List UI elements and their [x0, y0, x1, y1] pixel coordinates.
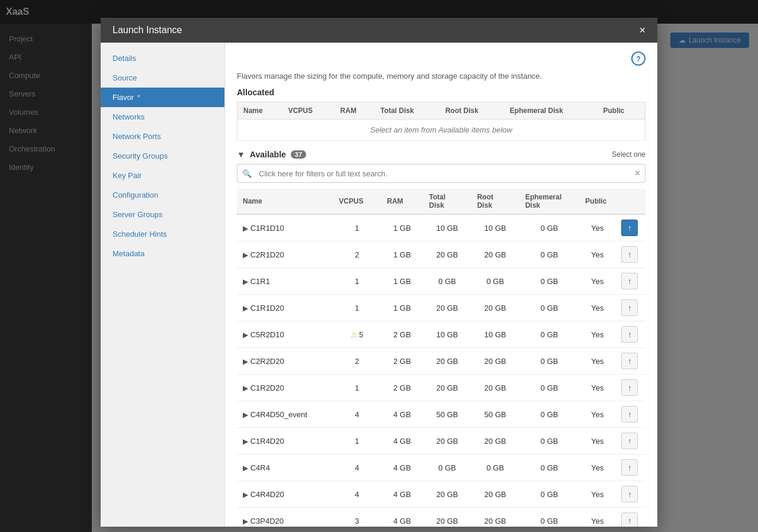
alloc-col-vcpus: VCPUS [282, 102, 335, 120]
expand-arrow-icon[interactable]: ▶ [243, 304, 248, 312]
expand-arrow-icon[interactable]: ▶ [243, 278, 248, 286]
alloc-col-ram: RAM [335, 102, 375, 120]
nav-item-security-groups[interactable]: Security Groups [101, 146, 224, 166]
flavor-total-disk: 0 GB [423, 268, 471, 295]
flavor-total-disk: 20 GB [423, 508, 471, 527]
expand-arrow-icon[interactable]: ▶ [243, 357, 248, 366]
nav-item-scheduler-hints[interactable]: Scheduler Hints [101, 224, 224, 244]
allocate-flavor-button[interactable]: ↑ [621, 246, 638, 263]
flavor-public: Yes [579, 268, 615, 295]
flavor-eph-disk: 0 GB [519, 214, 579, 241]
expand-arrow-icon[interactable]: ▶ [243, 331, 248, 339]
nav-item-network-ports[interactable]: Network Ports [101, 127, 224, 146]
flavor-public: Yes [579, 401, 615, 428]
help-icon-button[interactable]: ? [631, 51, 645, 66]
expand-arrow-icon[interactable]: ▶ [243, 517, 248, 525]
flavor-name: C1R1 [250, 277, 270, 286]
flavor-name: C1R2D20 [250, 383, 284, 392]
nav-item-networks[interactable]: Networks [101, 107, 224, 127]
flavor-name: C1R4D20 [250, 437, 284, 446]
allocate-flavor-button[interactable]: ↑ [621, 326, 638, 343]
avail-col-ram: RAM [381, 189, 423, 214]
search-clear-icon[interactable]: × [630, 165, 645, 182]
flavor-public: Yes [579, 241, 615, 268]
flavor-ram: 2 GB [381, 321, 423, 348]
table-row: ▶ C4R4D20 4 4 GB 20 GB 20 GB 0 GB Yes ↑ [237, 481, 645, 508]
flavor-ram: 2 GB [381, 375, 423, 401]
nav-item-server-groups[interactable]: Server Groups [101, 205, 224, 224]
flavor-name: C2R1D20 [250, 250, 284, 259]
expand-arrow-icon[interactable]: ▶ [243, 464, 248, 472]
flavor-ram: 2 GB [381, 348, 423, 375]
allocated-empty-message: Select an item from Available items belo… [237, 120, 645, 141]
expand-arrow-icon[interactable]: ▶ [243, 411, 248, 419]
allocate-flavor-button[interactable]: ↑ [621, 353, 638, 369]
nav-item-configuration[interactable]: Configuration [101, 185, 224, 205]
allocate-flavor-button[interactable]: ↑ [621, 512, 638, 527]
alloc-col-eph-disk: Ephemeral Disk [504, 102, 598, 120]
flavor-eph-disk: 0 GB [519, 481, 579, 508]
allocate-flavor-button[interactable]: ↑ [621, 406, 638, 423]
flavor-public: Yes [579, 295, 615, 321]
expand-arrow-icon[interactable]: ▶ [243, 384, 248, 392]
flavor-name: C4R4 [250, 463, 270, 472]
flavor-root-disk: 20 GB [471, 428, 519, 454]
flavor-ram: 1 GB [381, 268, 423, 295]
flavor-name: C4R4D20 [250, 490, 284, 499]
avail-col-vcpus: VCPUS [333, 189, 381, 214]
modal-title: Launch Instance [113, 25, 182, 36]
flavor-vcpus: 1 [333, 268, 381, 295]
expand-arrow-icon[interactable]: ▶ [243, 251, 248, 259]
flavor-ram: 4 GB [381, 454, 423, 481]
flavor-vcpus: 1 [333, 295, 381, 321]
flavor-total-disk: 20 GB [423, 481, 471, 508]
flavor-required-marker: * [135, 93, 140, 102]
flavor-public: Yes [579, 481, 615, 508]
flavor-eph-disk: 0 GB [519, 401, 579, 428]
available-count-badge: 37 [291, 150, 306, 159]
flavor-eph-disk: 0 GB [519, 348, 579, 375]
modal-close-button[interactable]: × [639, 25, 645, 36]
flavor-root-disk: 20 GB [471, 295, 519, 321]
flavor-total-disk: 10 GB [423, 321, 471, 348]
flavor-vcpus: 1 [333, 214, 381, 241]
table-row: ▶ C2R2D20 2 2 GB 20 GB 20 GB 0 GB Yes ↑ [237, 348, 645, 375]
flavor-vcpus: 4 [333, 481, 381, 508]
nav-item-flavor[interactable]: Flavor * [101, 88, 224, 107]
nav-item-source[interactable]: Source [101, 68, 224, 88]
expand-arrow-icon[interactable]: ▶ [243, 437, 248, 446]
avail-col-name: Name [237, 189, 333, 214]
allocate-flavor-button[interactable]: ↑ [621, 459, 638, 476]
flavor-ram: 4 GB [381, 508, 423, 527]
flavor-name: C5R2D10 [250, 330, 284, 339]
expand-arrow-icon[interactable]: ▶ [243, 491, 248, 499]
flavor-total-disk: 20 GB [423, 375, 471, 401]
modal-header: Launch Instance × [101, 18, 657, 43]
search-input[interactable] [256, 166, 630, 182]
table-row: ▶ C1R1 1 1 GB 0 GB 0 GB 0 GB Yes ↑ [237, 268, 645, 295]
search-bar: 🔍 × [237, 164, 645, 183]
flavor-vcpus: 2 [333, 241, 381, 268]
flavor-vcpus: 3 [333, 508, 381, 527]
modal-nav: Details Source Flavor * Networks Network… [101, 43, 225, 527]
allocate-flavor-button[interactable]: ↑ [621, 379, 638, 396]
alloc-col-total-disk: Total Disk [374, 102, 439, 120]
nav-item-metadata[interactable]: Metadata [101, 244, 224, 263]
table-row: ▶ C1R1D20 1 1 GB 20 GB 20 GB 0 GB Yes ↑ [237, 295, 645, 321]
flavor-root-disk: 20 GB [471, 481, 519, 508]
allocate-flavor-button[interactable]: ↑ [621, 486, 638, 502]
allocate-flavor-button[interactable]: ↑ [621, 433, 638, 449]
flavor-name: C1R1D20 [250, 304, 284, 312]
available-label: Available [250, 150, 286, 159]
flavor-ram: 1 GB [381, 241, 423, 268]
avail-col-action [615, 189, 645, 214]
flavor-root-disk: 10 GB [471, 214, 519, 241]
flavor-public: Yes [579, 375, 615, 401]
nav-item-details[interactable]: Details [101, 49, 224, 68]
expand-arrow-icon[interactable]: ▶ [243, 224, 248, 233]
allocate-flavor-button[interactable]: ↑ [621, 273, 638, 289]
nav-item-key-pair[interactable]: Key Pair [101, 166, 224, 185]
allocate-flavor-button[interactable]: ↑ [621, 220, 638, 236]
allocate-flavor-button[interactable]: ↑ [621, 299, 638, 316]
collapse-arrow-icon[interactable]: ▼ [237, 150, 245, 159]
